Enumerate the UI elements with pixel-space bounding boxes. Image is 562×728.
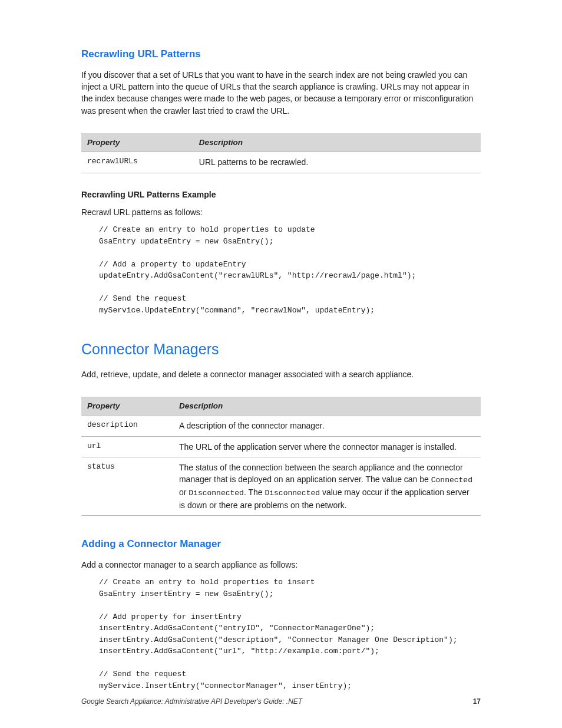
cell-description: The status of the connection between the… [173,457,481,515]
col-header-description: Description [193,133,481,152]
footer-doc-title: Google Search Appliance: Administrative … [81,697,302,707]
cell-property: url [81,436,173,457]
cell-property: description [81,416,173,436]
paragraph-recrawling-intro: If you discover that a set of URLs that … [81,69,481,117]
table-row: url The URL of the application server wh… [81,436,481,457]
paragraph-recrawling-example-intro: Recrawl URL patterns as follows: [81,206,481,218]
paragraph-adding-connector-intro: Add a connector manager to a search appl… [81,559,481,571]
table-connector-properties: Property Description description A descr… [81,397,481,516]
code-recrawling-example: // Create an entry to hold properties to… [99,224,481,316]
col-header-description: Description [173,397,481,416]
footer-page-number: 17 [473,697,481,707]
table-row: description A description of the connect… [81,416,481,436]
heading-recrawling-example: Recrawling URL Patterns Example [81,189,481,200]
cell-property: status [81,457,173,515]
cell-description: URL patterns to be recrawled. [193,152,481,173]
heading-recrawling-url-patterns: Recrawling URL Patterns [81,47,481,62]
cell-property: recrawlURLs [81,152,193,173]
col-header-property: Property [81,397,173,416]
code-adding-connector-example: // Create an entry to hold properties to… [99,577,481,691]
heading-connector-managers: Connector Managers [81,338,481,360]
paragraph-connector-intro: Add, retrieve, update, and delete a conn… [81,368,481,380]
cell-description: The URL of the application server where … [173,436,481,457]
table-row: recrawlURLs URL patterns to be recrawled… [81,152,481,173]
heading-adding-connector-manager: Adding a Connector Manager [81,537,481,552]
cell-description: A description of the connector manager. [173,416,481,436]
page-footer: Google Search Appliance: Administrative … [81,697,481,707]
col-header-property: Property [81,133,193,152]
table-recrawling-properties: Property Description recrawlURLs URL pat… [81,133,481,173]
table-row: status The status of the connection betw… [81,457,481,515]
